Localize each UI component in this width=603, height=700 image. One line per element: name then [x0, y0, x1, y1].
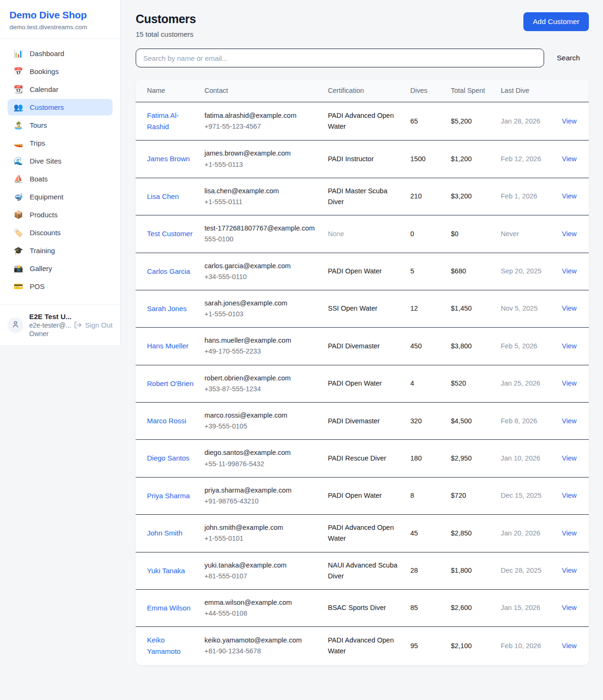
customer-dives: 65 [410, 117, 418, 125]
user-name: E2E Test U... [29, 313, 68, 321]
sidebar-item-tours[interactable]: 🏝️ Tours [8, 117, 113, 133]
sidebar-item-pos[interactable]: 💳 POS [8, 278, 113, 295]
view-link[interactable]: View [562, 379, 577, 387]
sidebar-item-dive-sites[interactable]: 🌊 Dive Sites [8, 153, 113, 169]
customer-name-link[interactable]: Test Customer [147, 230, 193, 238]
sign-out-button[interactable]: Sign Out [74, 321, 113, 329]
customer-phone: +971-55-123-4567 [204, 121, 320, 132]
customer-dives: 0 [410, 230, 414, 238]
view-link[interactable]: View [562, 230, 577, 238]
table-row: Test Customer test-1772681807767@example… [136, 215, 589, 253]
customer-name-link[interactable]: Hans Mueller [147, 342, 188, 350]
customer-total-spent: $2,850 [451, 529, 472, 537]
sidebar-item-equipment[interactable]: 🤿 Equipment [8, 189, 113, 205]
view-link[interactable]: View [562, 267, 577, 275]
customer-name-link[interactable]: Fatima Al-Rashid [147, 111, 179, 131]
sidebar-nav: 📊 Dashboard 📅 Bookings 📆 Calendar 👥 Cust… [0, 39, 120, 301]
table-row: Lisa Chen lisa.chen@example.com +1-555-0… [136, 178, 589, 215]
sidebar-item-bookings[interactable]: 📅 Bookings [8, 63, 113, 80]
table-row: Fatima Al-Rashid fatima.alrashid@example… [136, 102, 589, 140]
page-header: Customers 15 total customers Add Custome… [136, 12, 589, 38]
customer-name-link[interactable]: Keiko Yamamoto [147, 636, 180, 655]
sidebar: Demo Dive Shop demo.test.divestreams.com… [0, 0, 121, 345]
customer-name-link[interactable]: Priya Sharma [147, 492, 190, 500]
view-link[interactable]: View [562, 604, 577, 611]
sidebar-item-training[interactable]: 🎓 Training [8, 242, 113, 259]
table-row: Carlos Garcia carlos.garcia@example.com … [136, 253, 589, 290]
column-header-dives: Dives [410, 80, 451, 102]
customer-name-link[interactable]: John Smith [147, 529, 182, 537]
table-row: Diego Santos diego.santos@example.com +5… [136, 440, 589, 477]
customer-certification: PADI Instructor [328, 155, 374, 163]
column-header-actions [551, 80, 589, 102]
customer-last-dive: Jan 10, 2026 [501, 454, 540, 462]
view-link[interactable]: View [562, 117, 577, 125]
search-button[interactable]: Search [557, 54, 580, 62]
logout-icon [74, 321, 82, 329]
sidebar-item-boats[interactable]: ⛵ Boats [8, 171, 113, 187]
avatar [8, 317, 24, 333]
view-link[interactable]: View [562, 342, 577, 350]
view-link[interactable]: View [562, 417, 577, 425]
column-header-certification: Certification [328, 80, 410, 102]
customer-last-dive: Jan 28, 2026 [501, 117, 540, 125]
sidebar-item-customers[interactable]: 👥 Customers [8, 99, 113, 115]
view-link[interactable]: View [562, 192, 577, 200]
view-link[interactable]: View [562, 305, 577, 312]
customer-dives: 210 [410, 192, 422, 200]
table-row: Sarah Jones sarah.jones@example.com +1-5… [136, 290, 589, 327]
table-row: James Brown james.brown@example.com +1-5… [136, 140, 589, 178]
add-customer-button[interactable]: Add Customer [523, 12, 589, 31]
view-link[interactable]: View [562, 454, 577, 462]
view-link[interactable]: View [562, 492, 577, 499]
customer-name-link[interactable]: Sarah Jones [147, 305, 187, 313]
table-row: Priya Sharma priya.sharma@example.com +9… [136, 477, 589, 514]
sidebar-item-gallery[interactable]: 📸 Gallery [8, 260, 113, 277]
view-link[interactable]: View [562, 642, 577, 650]
customer-email: john.smith@example.com [204, 522, 320, 533]
customer-email: sarah.jones@example.com [204, 298, 320, 309]
customer-email: lisa.chen@example.com [204, 186, 320, 197]
customer-name-link[interactable]: James Brown [147, 155, 190, 163]
view-link[interactable]: View [562, 529, 577, 537]
search-bar: Search [136, 49, 589, 67]
customer-name-link[interactable]: Robert O'Brien [147, 379, 194, 387]
view-link[interactable]: View [562, 155, 577, 163]
boats-icon: ⛵ [13, 175, 24, 183]
search-input[interactable] [136, 49, 544, 67]
sidebar-item-dashboard[interactable]: 📊 Dashboard [8, 45, 113, 62]
customer-name-link[interactable]: Emma Wilson [147, 604, 191, 612]
customer-name-link[interactable]: Carlos Garcia [147, 267, 190, 275]
sidebar-header: Demo Dive Shop demo.test.divestreams.com [0, 0, 120, 39]
customer-total-spent: $1,800 [451, 567, 472, 574]
customer-total-spent: $1,200 [451, 155, 472, 163]
customer-last-dive: Sep 20, 2025 [501, 267, 541, 275]
main-content: Customers 15 total customers Add Custome… [121, 0, 603, 678]
customer-email: hans.mueller@example.com [204, 335, 320, 346]
customer-dives: 85 [410, 604, 418, 611]
customer-total-spent: $4,500 [451, 417, 472, 425]
customer-name-link[interactable]: Diego Santos [147, 454, 189, 462]
customer-name-link[interactable]: Lisa Chen [147, 192, 179, 200]
customer-phone: +1-555-0113 [204, 159, 320, 170]
customer-dives: 320 [410, 417, 422, 425]
customer-certification: BSAC Sports Diver [328, 604, 386, 611]
sidebar-item-calendar[interactable]: 📆 Calendar [8, 81, 113, 98]
column-header-name: Name [136, 80, 204, 102]
page-header-text: Customers 15 total customers [136, 12, 196, 38]
app-title: Demo Dive Shop [9, 9, 111, 21]
customers-table: Name Contact Certification Dives Total S… [136, 80, 589, 665]
customer-email: robert.obrien@example.com [204, 373, 320, 384]
customer-phone: +1-555-0111 [204, 197, 320, 207]
customers-table-card: Name Contact Certification Dives Total S… [136, 80, 589, 665]
sidebar-item-trips[interactable]: 🚤 Trips [8, 135, 113, 151]
customer-name-link[interactable]: Yuki Tanaka [147, 567, 185, 575]
customer-phone: +353-87-555-1234 [204, 384, 320, 395]
sidebar-item-discounts[interactable]: 🏷️ Discounts [8, 224, 113, 241]
view-link[interactable]: View [562, 567, 577, 574]
customer-total-spent: $0 [451, 230, 458, 238]
sidebar-item-products[interactable]: 📦 Products [8, 206, 113, 223]
customer-name-link[interactable]: Marco Rossi [147, 417, 186, 425]
customer-phone: +34-555-0110 [204, 272, 320, 282]
tours-icon: 🏝️ [13, 122, 24, 129]
